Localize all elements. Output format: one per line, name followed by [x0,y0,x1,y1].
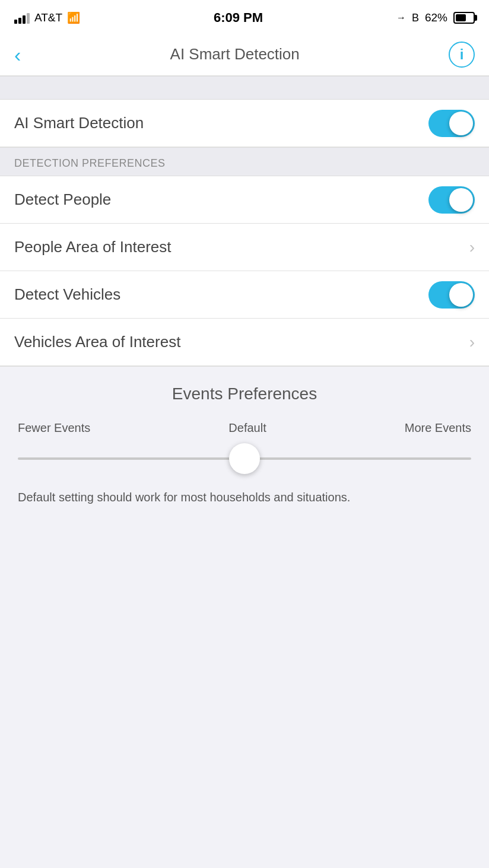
slider-track [18,457,471,460]
ai-smart-detection-toggle[interactable] [428,110,475,137]
page-title: AI Smart Detection [170,45,300,63]
fewer-events-label: Fewer Events [18,421,90,435]
ai-smart-detection-row: AI Smart Detection [0,100,489,147]
vehicles-area-of-interest-row[interactable]: Vehicles Area of Interest › [0,319,489,366]
detect-vehicles-row: Detect Vehicles [0,271,489,319]
events-slider-container[interactable] [18,441,471,476]
wifi-icon: 📶 [67,11,80,24]
detection-preferences-section: Detect People People Area of Interest › … [0,176,489,366]
detect-vehicles-toggle[interactable] [428,281,475,309]
status-right: → B 62% [396,11,475,24]
info-button[interactable]: i [449,42,475,68]
detect-vehicles-label: Detect Vehicles [14,285,120,304]
vehicles-area-chevron-icon: › [469,333,475,352]
people-area-chevron-icon: › [469,238,475,257]
detect-people-label: Detect People [14,190,111,209]
signal-bars-icon [14,12,30,24]
status-left: AT&T 📶 [14,11,80,24]
people-area-of-interest-row[interactable]: People Area of Interest › [0,224,489,271]
status-time: 6:09 PM [214,10,263,26]
bluetooth-icon: B [412,12,419,24]
main-toggle-section: AI Smart Detection [0,100,489,147]
location-icon: → [396,12,406,23]
vehicles-area-label: Vehicles Area of Interest [14,333,180,351]
detect-people-row: Detect People [0,176,489,224]
detect-people-toggle[interactable] [428,186,475,214]
slider-thumb[interactable] [229,443,260,474]
events-description: Default setting should work for most hou… [18,488,471,506]
events-preferences-section: Events Preferences Fewer Events Default … [0,366,489,520]
more-events-label: More Events [405,421,471,435]
nav-bar: ‹ AI Smart Detection i [0,33,489,76]
detection-preferences-label: DETECTION PREFERENCES [14,157,166,169]
events-preferences-title: Events Preferences [18,384,471,403]
carrier-label: AT&T [34,11,62,24]
battery-percent: 62% [425,11,447,24]
status-bar: AT&T 📶 6:09 PM → B 62% [0,0,489,33]
people-area-label: People Area of Interest [14,238,172,256]
ai-smart-detection-label: AI Smart Detection [14,114,144,132]
events-labels-row: Fewer Events Default More Events [18,421,471,435]
detection-preferences-header: DETECTION PREFERENCES [0,147,489,176]
back-button[interactable]: ‹ [14,44,21,65]
default-label: Default [228,421,266,435]
top-spacer [0,76,489,100]
battery-icon [453,12,475,24]
